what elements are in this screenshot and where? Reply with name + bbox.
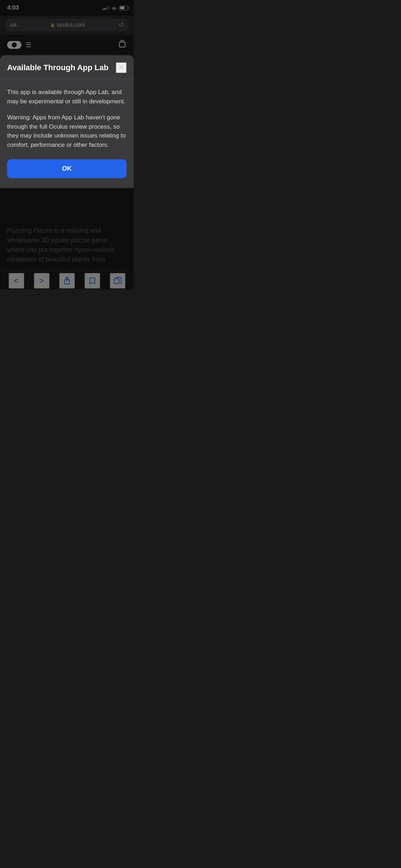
app-lab-modal: Available Through App Lab ✕ This app is … <box>0 55 134 188</box>
modal-body: This app is available through App Lab, a… <box>0 79 134 188</box>
ok-button[interactable]: OK <box>7 159 127 178</box>
modal-header: Available Through App Lab ✕ <box>0 55 134 79</box>
modal-close-button[interactable]: ✕ <box>116 62 127 73</box>
modal-paragraph-1: This app is available through App Lab, a… <box>7 88 127 106</box>
modal-title: Available Through App Lab <box>7 63 108 72</box>
modal-paragraph-2: Warning: Apps from App Lab haven't gone … <box>7 113 127 149</box>
